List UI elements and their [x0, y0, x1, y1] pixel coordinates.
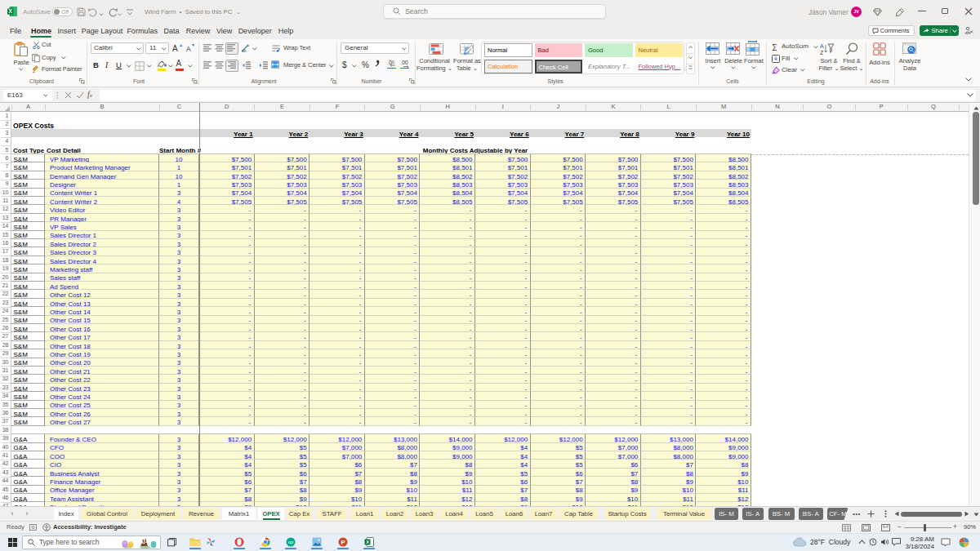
svg-text:X: X: [9, 8, 13, 14]
svg-text:Z: Z: [820, 50, 824, 56]
svg-text:X: X: [366, 540, 369, 544]
svg-text:P: P: [341, 539, 345, 546]
svg-text:up: up: [288, 540, 294, 544]
svg-text:ab: ab: [242, 48, 247, 53]
svg-text:A: A: [820, 43, 824, 49]
svg-text:0: 0: [392, 60, 394, 64]
svg-text:.00: .00: [400, 60, 408, 65]
